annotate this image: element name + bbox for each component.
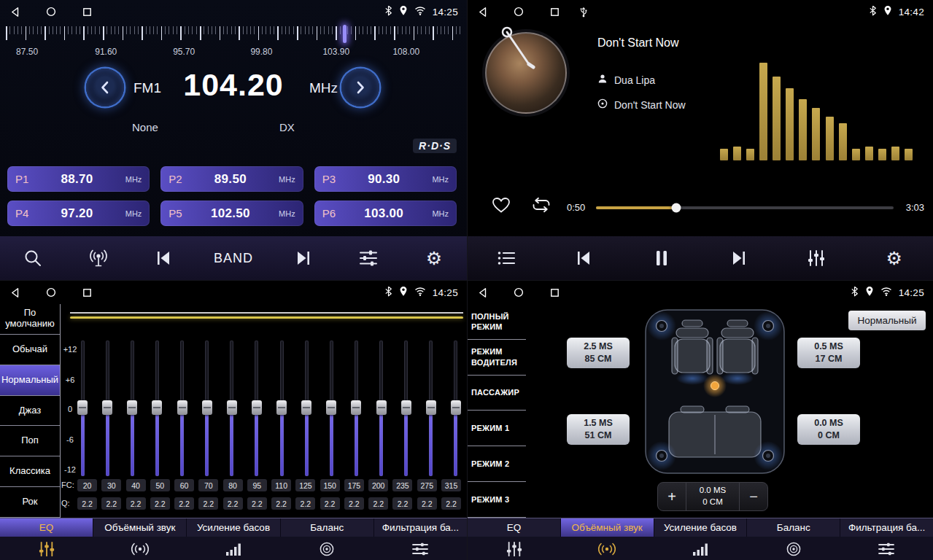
tab-eq-icon-button[interactable] — [468, 537, 561, 560]
tab-filter[interactable]: Фильтрация ба... — [840, 518, 933, 537]
slider-handle[interactable] — [276, 400, 287, 415]
delay-front-left[interactable]: 2.5 MS 85 CM — [567, 338, 630, 368]
eq-preset-rock[interactable]: Рок — [0, 487, 60, 518]
slider-handle[interactable] — [301, 400, 311, 415]
back-button[interactable] — [10, 7, 20, 18]
slider-handle[interactable] — [351, 400, 361, 415]
eq-band-slider[interactable] — [301, 341, 311, 476]
delay-rear-left[interactable]: 1.5 MS 51 CM — [567, 414, 630, 445]
frequency-scale[interactable]: 87.50 91.60 95.70 99.80 103.90 108.00 — [0, 25, 467, 61]
home-button[interactable] — [46, 287, 56, 298]
tab-filter-icon-button[interactable] — [840, 537, 933, 560]
slider-handle[interactable] — [102, 400, 112, 415]
tune-up-button[interactable] — [341, 69, 379, 106]
home-button[interactable] — [46, 7, 56, 17]
recents-button[interactable] — [550, 7, 560, 17]
slider-handle[interactable] — [152, 400, 162, 415]
tab-surround[interactable]: Объёмный звук — [561, 518, 654, 537]
audio-settings-button[interactable] — [349, 241, 388, 275]
previous-station-button[interactable] — [144, 241, 183, 275]
next-track-button[interactable] — [719, 241, 759, 275]
back-button[interactable] — [478, 7, 487, 18]
increase-delay-button[interactable]: + — [658, 483, 686, 510]
eq-band-slider[interactable] — [152, 341, 162, 476]
settings-button[interactable]: ⚙ — [414, 241, 454, 275]
band-button[interactable]: BAND — [209, 241, 258, 275]
tab-bass-boost[interactable]: Усиление басов — [654, 518, 748, 537]
back-button[interactable] — [478, 287, 487, 298]
favorite-button[interactable] — [491, 196, 511, 216]
eq-band-slider[interactable] — [77, 341, 88, 476]
slider-handle[interactable] — [451, 400, 461, 415]
recents-button[interactable] — [82, 288, 92, 298]
back-button[interactable] — [10, 287, 20, 298]
preset-p2[interactable]: P289.50MHz — [160, 166, 303, 192]
tab-eq-icon-button[interactable] — [0, 537, 93, 560]
slider-handle[interactable] — [401, 400, 411, 415]
eq-band-slider[interactable] — [227, 341, 237, 476]
tab-surround-icon-button[interactable] — [561, 537, 654, 560]
slider-handle[interactable] — [376, 400, 387, 415]
settings-button[interactable]: ⚙ — [875, 241, 914, 275]
eq-band-slider[interactable] — [376, 341, 387, 476]
field-preset-button[interactable]: Нормальный — [848, 311, 926, 330]
eq-preset-pop[interactable]: Поп — [0, 426, 60, 456]
eq-preset-classic[interactable]: Классика — [0, 456, 60, 487]
progress-bar[interactable] — [596, 206, 894, 209]
eq-band-slider[interactable] — [127, 341, 137, 476]
slider-handle[interactable] — [177, 400, 187, 415]
eq-band-slider[interactable] — [451, 341, 461, 476]
slider-handle[interactable] — [252, 400, 262, 415]
eq-preset-normal[interactable]: Нормальный — [0, 365, 60, 396]
tune-down-button[interactable] — [86, 69, 124, 106]
eq-preset-custom[interactable]: Обычай — [0, 335, 60, 365]
tab-surround-icon-button[interactable] — [93, 537, 187, 560]
eq-band-slider[interactable] — [326, 341, 336, 476]
decrease-delay-button[interactable]: − — [740, 483, 767, 510]
mode-driver[interactable]: РЕЖИМ ВОДИТЕЛЯ — [468, 340, 526, 376]
delay-front-right[interactable]: 0.5 MS 17 CM — [797, 338, 860, 368]
tab-balance-icon-button[interactable] — [280, 537, 373, 560]
tab-balance[interactable]: Баланс — [747, 518, 840, 537]
recents-button[interactable] — [82, 7, 92, 17]
preset-p1[interactable]: P188.70MHz — [7, 166, 150, 192]
tab-eq[interactable]: EQ — [468, 518, 561, 537]
previous-track-button[interactable] — [564, 241, 603, 275]
next-station-button[interactable] — [284, 241, 323, 275]
progress-thumb[interactable] — [672, 203, 681, 213]
tab-bass-icon-button[interactable] — [654, 537, 747, 560]
eq-preset-jazz[interactable]: Джаз — [0, 396, 60, 427]
scan-search-button[interactable] — [13, 241, 53, 275]
mode-2[interactable]: РЕЖИМ 2 — [468, 446, 526, 482]
repeat-button[interactable] — [530, 196, 552, 216]
preset-p6[interactable]: P6103.00MHz — [314, 201, 457, 226]
car-cabin-illustration[interactable] — [640, 304, 790, 479]
tab-eq[interactable]: EQ — [0, 518, 93, 537]
slider-handle[interactable] — [202, 400, 212, 415]
eq-band-slider[interactable] — [202, 341, 212, 476]
slider-handle[interactable] — [426, 400, 436, 415]
home-button[interactable] — [514, 287, 524, 298]
eq-band-slider[interactable] — [351, 341, 361, 476]
broadcast-button[interactable] — [79, 241, 118, 275]
mode-3[interactable]: РЕЖИМ 3 — [468, 482, 526, 518]
tab-filter[interactable]: Фильтрация ба... — [374, 518, 467, 537]
slider-handle[interactable] — [326, 400, 336, 415]
tab-bass-boost[interactable]: Усиление басов — [187, 518, 280, 537]
mode-passenger[interactable]: ПАССАЖИР — [468, 376, 526, 411]
home-button[interactable] — [514, 7, 524, 17]
eq-band-slider[interactable] — [252, 341, 262, 476]
eq-band-slider[interactable] — [276, 341, 287, 476]
preset-p5[interactable]: P5102.50MHz — [160, 201, 303, 226]
pause-button[interactable] — [642, 241, 681, 275]
tab-surround[interactable]: Объёмный звук — [93, 518, 187, 537]
eq-preset-default[interactable]: По умолчанию — [0, 304, 60, 335]
tuning-indicator[interactable] — [343, 25, 347, 43]
preset-p4[interactable]: P497.20MHz — [7, 201, 150, 226]
eq-band-slider[interactable] — [102, 341, 112, 476]
eq-band-slider[interactable] — [401, 341, 411, 476]
playlist-button[interactable] — [487, 241, 526, 275]
mode-1[interactable]: РЕЖИМ 1 — [468, 411, 526, 446]
mode-full[interactable]: ПОЛНЫЙ РЕЖИМ — [468, 304, 526, 340]
tab-filter-icon-button[interactable] — [373, 537, 467, 560]
